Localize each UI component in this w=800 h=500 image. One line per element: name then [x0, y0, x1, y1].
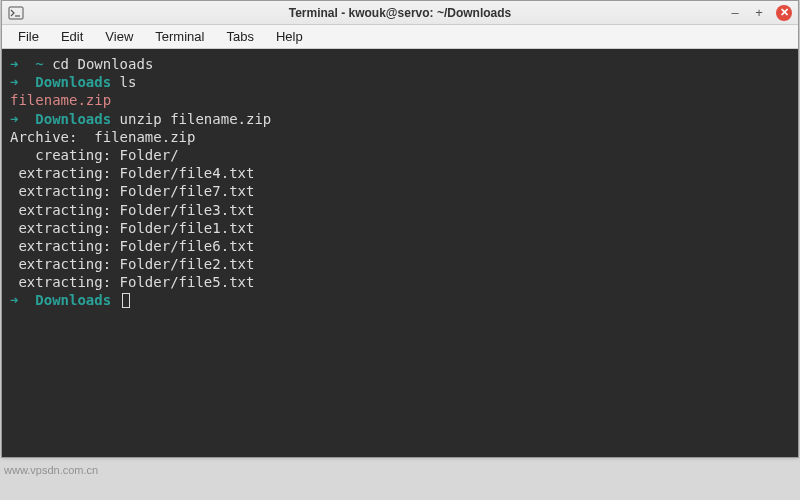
terminal-line: extracting: Folder/file5.txt	[10, 273, 790, 291]
close-button[interactable]: ✕	[776, 5, 792, 21]
terminal-line: ➜ Downloads unzip filename.zip	[10, 110, 790, 128]
menu-help[interactable]: Help	[266, 26, 313, 47]
terminal-line: creating: Folder/	[10, 146, 790, 164]
terminal-line: extracting: Folder/file4.txt	[10, 164, 790, 182]
menu-terminal[interactable]: Terminal	[145, 26, 214, 47]
app-icon	[8, 5, 24, 21]
terminal-line: extracting: Folder/file6.txt	[10, 237, 790, 255]
terminal-line: extracting: Folder/file1.txt	[10, 219, 790, 237]
menu-file[interactable]: File	[8, 26, 49, 47]
watermark: www.vpsdn.com.cn	[4, 464, 98, 476]
terminal-line: ➜ ~ cd Downloads	[10, 55, 790, 73]
terminal-line: extracting: Folder/file2.txt	[10, 255, 790, 273]
window-title: Terminal - kwouk@servo: ~/Downloads	[289, 6, 512, 20]
svg-rect-0	[9, 7, 23, 19]
terminal-line: filename.zip	[10, 91, 790, 109]
menu-edit[interactable]: Edit	[51, 26, 93, 47]
titlebar[interactable]: Terminal - kwouk@servo: ~/Downloads – + …	[2, 1, 798, 25]
menu-view[interactable]: View	[95, 26, 143, 47]
terminal-window: Terminal - kwouk@servo: ~/Downloads – + …	[1, 0, 799, 458]
menu-tabs[interactable]: Tabs	[216, 26, 263, 47]
cursor	[122, 293, 130, 308]
terminal-line: ➜ Downloads ls	[10, 73, 790, 91]
maximize-button[interactable]: +	[752, 6, 766, 20]
terminal-line: ➜ Downloads	[10, 291, 790, 309]
terminal-viewport[interactable]: ➜ ~ cd Downloads➜ Downloads lsfilename.z…	[2, 49, 798, 457]
terminal-line: extracting: Folder/file3.txt	[10, 201, 790, 219]
minimize-button[interactable]: –	[728, 6, 742, 20]
menubar: File Edit View Terminal Tabs Help	[2, 25, 798, 49]
window-controls: – + ✕	[728, 5, 792, 21]
terminal-line: extracting: Folder/file7.txt	[10, 182, 790, 200]
terminal-line: Archive: filename.zip	[10, 128, 790, 146]
